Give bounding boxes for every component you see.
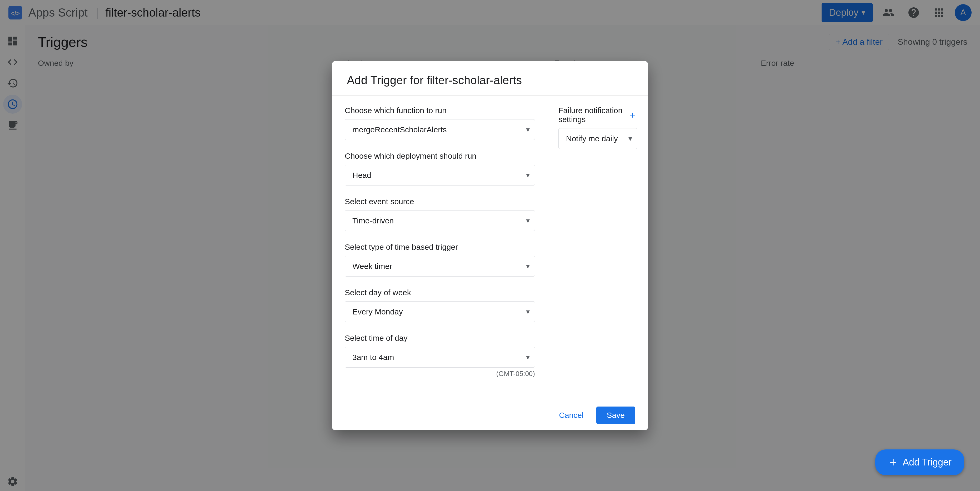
failure-select-wrapper: Notify me daily ▾ (558, 128, 637, 149)
save-button[interactable]: Save (596, 407, 635, 424)
time-of-day-select-wrapper: 3am to 4am ▾ (345, 347, 535, 368)
day-of-week-group: Select day of week Every Monday ▾ (345, 288, 535, 322)
deployment-select[interactable]: Head (345, 165, 535, 186)
time-of-day-select[interactable]: 3am to 4am (345, 347, 535, 368)
add-trigger-plus-icon (888, 457, 899, 467)
failure-notification-group: Failure notification settings ＋ (558, 106, 637, 124)
timezone-note: (GMT-05:00) (345, 370, 535, 378)
add-notification-icon[interactable]: ＋ (628, 108, 637, 121)
time-of-day-label: Select time of day (345, 334, 535, 343)
dialog-footer: Cancel Save (332, 400, 648, 430)
deployment-label: Choose which deployment should run (345, 152, 535, 160)
trigger-type-label: Select type of time based trigger (345, 243, 535, 251)
dialog-right-panel: Failure notification settings ＋ Notify m… (548, 95, 648, 400)
day-of-week-select[interactable]: Every Monday (345, 301, 535, 322)
dialog-left-panel: Choose which function to run mergeRecent… (332, 95, 548, 400)
modal-overlay: Add Trigger for filter-scholar-alerts Ch… (0, 0, 980, 491)
trigger-type-select-wrapper: Week timer ▾ (345, 256, 535, 276)
day-of-week-label: Select day of week (345, 288, 535, 297)
dialog-body: Choose which function to run mergeRecent… (332, 95, 648, 400)
function-select-wrapper: mergeRecentScholarAlerts ▾ (345, 119, 535, 140)
function-select[interactable]: mergeRecentScholarAlerts (345, 119, 535, 140)
failure-select[interactable]: Notify me daily (558, 128, 637, 149)
time-of-day-group: Select time of day 3am to 4am ▾ (GMT-05:… (345, 334, 535, 378)
deployment-select-wrapper: Head ▾ (345, 165, 535, 186)
event-source-select-wrapper: Time-driven ▾ (345, 210, 535, 231)
add-trigger-fab[interactable]: Add Trigger (875, 450, 964, 475)
event-source-label: Select event source (345, 197, 535, 206)
trigger-type-group: Select type of time based trigger Week t… (345, 243, 535, 276)
function-group: Choose which function to run mergeRecent… (345, 106, 535, 140)
event-source-group: Select event source Time-driven ▾ (345, 197, 535, 231)
cancel-button[interactable]: Cancel (550, 407, 592, 424)
day-of-week-select-wrapper: Every Monday ▾ (345, 301, 535, 322)
add-trigger-dialog: Add Trigger for filter-scholar-alerts Ch… (332, 61, 648, 430)
deployment-group: Choose which deployment should run Head … (345, 152, 535, 186)
dialog-title: Add Trigger for filter-scholar-alerts (332, 61, 648, 95)
function-label: Choose which function to run (345, 106, 535, 115)
trigger-type-select[interactable]: Week timer (345, 256, 535, 276)
event-source-select[interactable]: Time-driven (345, 210, 535, 231)
